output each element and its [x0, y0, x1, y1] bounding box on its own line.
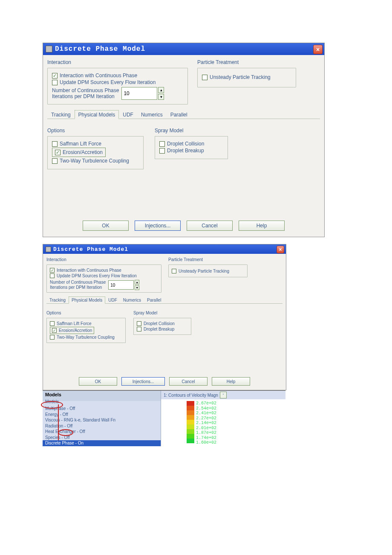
iterations-spin-up[interactable]: ▲	[158, 87, 164, 93]
models-item[interactable]: Radiation - Off	[43, 423, 161, 429]
window-title: Discrete Phase Model	[55, 45, 145, 53]
chk-continuous-phase-label-small: Interaction with Continuous Phase	[57, 268, 121, 273]
viewer-panel: 1: Contours of Velocity Magn ˅ 2.67e+022…	[161, 391, 285, 446]
chk-continuous-phase[interactable]	[52, 73, 58, 78]
tab-physical-models-small[interactable]: Physical Models	[69, 296, 105, 304]
viewer-dropdown[interactable]: ˅	[220, 392, 227, 398]
help-button[interactable]: Help	[239, 221, 285, 231]
chk-droplet-breakup-small[interactable]	[137, 327, 141, 331]
annotation-line	[58, 404, 59, 440]
models-header: Models	[43, 391, 161, 398]
tab-numerics[interactable]: Numerics	[137, 110, 167, 119]
particle-treatment-heading: Particle Treatment	[197, 59, 296, 65]
particle-treatment-group-small: Unsteady Particle Tracking	[168, 264, 248, 277]
legend-colorbar	[187, 401, 194, 443]
chk-unsteady-tracking[interactable]	[202, 75, 208, 80]
options-heading-small: Options	[46, 311, 126, 315]
models-item[interactable]: Species - Off	[43, 435, 161, 441]
legend-color-swatch	[187, 424, 194, 429]
legend-value: 2.54e+02	[196, 406, 216, 411]
iterations-spin-up-small[interactable]: ▲	[135, 280, 139, 285]
cancel-button[interactable]: Cancel	[187, 221, 233, 231]
interaction-group: Interaction with Continuous Phase Update…	[47, 68, 188, 105]
spray-model-group: Droplet Collision Droplet Breakup	[155, 136, 228, 159]
chk-erosion-accretion-label: Erosion/Accretion	[63, 149, 103, 155]
chk-update-dpm-small[interactable]	[50, 273, 55, 278]
close-button[interactable]: ×	[313, 45, 323, 54]
chk-droplet-breakup-label: Droplet Breakup	[167, 148, 204, 154]
models-item[interactable]: Energy - Off	[43, 412, 161, 418]
chk-unsteady-tracking-label-small: Unsteady Particle Tracking	[179, 269, 229, 273]
chk-droplet-collision[interactable]	[159, 141, 165, 147]
help-button-small[interactable]: Help	[212, 377, 250, 386]
tab-tracking-small[interactable]: Tracking	[46, 296, 69, 304]
close-icon: ×	[279, 247, 282, 252]
viewer-titlebar: 1: Contours of Velocity Magn ˅	[161, 391, 285, 399]
chk-erosion-accretion-small[interactable]	[52, 328, 57, 333]
close-icon: ×	[316, 46, 320, 52]
iterations-spin-down[interactable]: ▼	[158, 94, 164, 100]
cancel-button-small[interactable]: Cancel	[169, 377, 208, 386]
tab-parallel[interactable]: Parallel	[167, 110, 191, 119]
models-item[interactable]: Viscous - RNG k-e, Standard Wall Fn	[43, 417, 161, 423]
chk-two-way-coupling[interactable]	[52, 158, 58, 164]
tab-numerics-small[interactable]: Numerics	[120, 296, 144, 304]
iterations-input[interactable]: 10	[121, 87, 157, 100]
models-list: Multiphase - OffEnergy - OffViscous - RN…	[43, 406, 161, 446]
chk-droplet-collision-small[interactable]	[137, 321, 141, 326]
erosion-accretion-focus-small: Erosion/Accretion	[50, 327, 94, 334]
viewer-title: 1: Contours of Velocity Magn	[164, 393, 218, 398]
chk-droplet-breakup-label-small: Droplet Breakup	[144, 327, 174, 331]
injections-button-small[interactable]: Injections...	[121, 377, 165, 386]
chk-two-way-coupling-small[interactable]	[50, 335, 55, 340]
injections-button[interactable]: Injections...	[135, 221, 181, 231]
legend-color-swatch	[187, 401, 194, 406]
legend-value: 2.41e+02	[196, 411, 216, 416]
chk-saffman-lift-label-small: Saffman Lift Force	[57, 321, 92, 326]
chk-saffman-lift[interactable]	[52, 141, 58, 147]
tab-tracking[interactable]: Tracking	[47, 110, 75, 119]
particle-treatment-group: Unsteady Particle Tracking	[197, 68, 296, 87]
legend-value: 2.67e+02	[196, 401, 216, 406]
particle-treatment-heading-small: Particle Treatment	[168, 257, 248, 262]
iterations-spin-down-small[interactable]: ▼	[135, 285, 139, 290]
spray-model-group-small: Droplet Collision Droplet Breakup	[133, 318, 191, 335]
chk-two-way-coupling-label: Two-Way Turbulence Coupling	[60, 158, 129, 164]
tab-physical-models[interactable]: Physical Models	[75, 110, 119, 119]
chk-update-dpm-label: Update DPM Sources Every Flow Iteration	[60, 79, 156, 85]
chk-erosion-accretion[interactable]	[55, 150, 61, 155]
legend-color-swatch	[187, 406, 194, 410]
legend-value: 1.87e+02	[196, 430, 216, 436]
tab-udf[interactable]: UDF	[119, 110, 137, 119]
chk-continuous-phase-small[interactable]	[50, 268, 55, 273]
discrete-phase-model-dialog: Discrete Phase Model × Interaction Inter…	[43, 43, 325, 237]
options-group: Saffman Lift Force Erosion/Accretion Two…	[47, 136, 144, 169]
legend-value: 1.74e+02	[196, 436, 216, 441]
ok-button-small[interactable]: OK	[79, 377, 117, 386]
erosion-accretion-focus: Erosion/Accretion	[52, 148, 106, 157]
iterations-value-small: 10	[110, 283, 115, 288]
chk-update-dpm[interactable]	[52, 80, 58, 85]
chk-saffman-lift-small[interactable]	[50, 321, 55, 326]
interaction-heading: Interaction	[47, 59, 188, 65]
iterations-input-small[interactable]: 10	[108, 280, 134, 290]
tab-udf-small[interactable]: UDF	[105, 296, 120, 304]
chk-unsteady-tracking-small[interactable]	[172, 269, 176, 273]
ok-button[interactable]: OK	[83, 221, 129, 231]
chk-unsteady-tracking-label: Unsteady Particle Tracking	[210, 74, 271, 80]
chk-update-dpm-label-small: Update DPM Sources Every Flow Iteration	[57, 273, 137, 278]
models-item[interactable]: Discrete Phase - On	[43, 440, 161, 446]
chk-droplet-breakup[interactable]	[159, 148, 165, 154]
tab-parallel-small[interactable]: Parallel	[144, 296, 164, 304]
close-button-small[interactable]: ×	[277, 246, 284, 253]
app-icon	[46, 46, 52, 52]
chk-two-way-coupling-label-small: Two-Way Turbulence Coupling	[57, 335, 115, 340]
options-group-small: Saffman Lift Force Erosion/Accretion Two…	[46, 318, 126, 343]
legend-value: 2.01e+02	[196, 426, 216, 431]
iterations-label-line2: Iterations per DPM Iteration	[52, 93, 119, 99]
titlebar-small: Discrete Phase Model ×	[43, 244, 286, 254]
legend-color-swatch	[187, 434, 194, 439]
fluent-panel: Models Models Multiphase - OffEnergy - O…	[43, 390, 285, 446]
titlebar: Discrete Phase Model ×	[43, 43, 324, 55]
legend-values: 2.67e+022.54e+022.41e+022.27e+022.14e+02…	[196, 401, 216, 445]
